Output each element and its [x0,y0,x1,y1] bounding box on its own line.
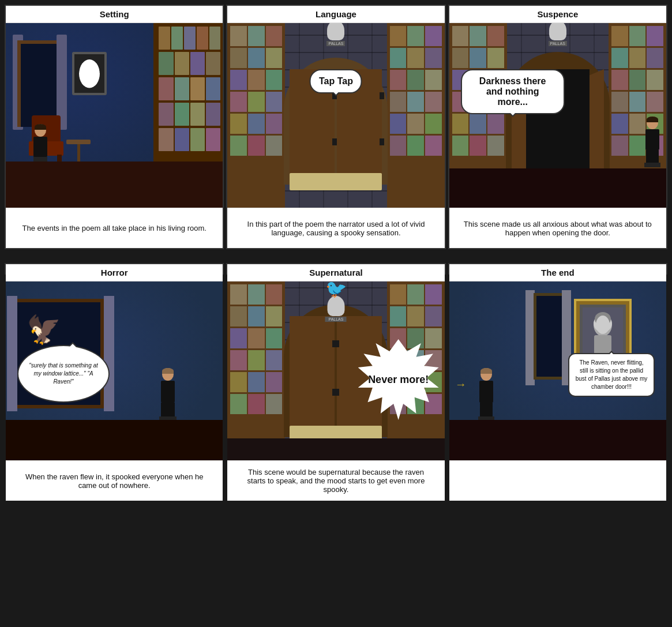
panel-suspense: Suspence PALLAS [448,5,667,249]
panel-title-horror: Horror [6,264,223,281]
bust-with-raven: 🐦 PALLAS [325,281,347,322]
speech-bubble-suspense: Darkness there and nothing more... [461,69,565,114]
horror-curtain-right [104,296,114,411]
bust-label-supernatural: PALLAS [325,317,347,322]
person-theend [478,368,494,421]
supernatural-floor [227,438,444,460]
bookshelf-language-right [387,23,445,208]
hinge4 [380,138,384,145]
person-horror [159,368,177,421]
horror-floor [6,420,223,460]
panel-title-suspense: Suspence [449,6,666,23]
scene-horror: 🦅 "surely that is something at my window… [6,281,223,460]
portrait [72,52,107,95]
floor-setting [6,162,223,208]
speech-bubble-language: Tap Tap [310,69,362,93]
panel-title-theend: The end [449,264,666,281]
horror-curtain-left [7,296,17,411]
scene-theend: → [449,281,666,460]
scene-language: PALLAS [227,23,444,208]
comic-grid: Setting [0,0,672,286]
panel-horror: Horror 🦅 "surely that [5,263,224,275]
panel-title-setting: Setting [6,6,223,23]
caption-horror: When the raven flew in, it spooked every… [6,460,223,501]
raven-horror: 🦅 [27,314,61,346]
bookshelf-language-left [227,23,285,208]
hinge3 [380,92,384,99]
bust-head [327,23,344,40]
bust-label: PALLAS [327,41,346,46]
panel-title-supernatural: Supernatural [227,264,444,281]
panel-language: Language PALLAS [226,5,445,249]
arrow-right: → [455,378,467,391]
row-gap [5,251,667,261]
panel-setting: Setting [5,5,224,249]
raven-supernatural: 🐦 [325,281,347,299]
speech-horror: "surely that is something at my window l… [17,345,110,403]
caption-suspense: This scene made us all anxious about wha… [449,208,666,248]
panel-supernatural: Supernatural 🐦 PALLAS [226,263,445,275]
bust-head-s [549,23,566,40]
portrait-svg [583,307,623,359]
theend-floor [449,420,666,460]
silhouette [79,59,100,88]
panel-title-language: Language [227,6,444,23]
panel-theend: The end → [448,263,667,275]
door-mat-language [290,173,382,190]
person-suspense [644,117,660,167]
scene-suspense: PALLAS [449,23,666,208]
scene-supernatural: 🐦 PALLAS [227,281,444,460]
bookshelf-supernatural-left [227,281,285,460]
hinge2 [332,138,337,145]
floor-suspense [449,168,666,208]
bust-pallas-suspense: PALLAS [549,23,567,46]
caption-language: In this part of the poem the narrator us… [227,208,444,248]
svg-point-5 [596,316,610,334]
bust-pallas-language: PALLAS [327,23,346,46]
caption-setting: The events in the poem all take place in… [6,208,223,248]
bust-label-s: PALLAS [549,41,567,46]
speech-theend: The Raven, never flitting, still is sitt… [568,353,655,397]
caption-supernatural: This scene would be supernatural because… [227,460,444,501]
caption-theend-empty [449,460,666,501]
scene-setting [6,23,223,208]
